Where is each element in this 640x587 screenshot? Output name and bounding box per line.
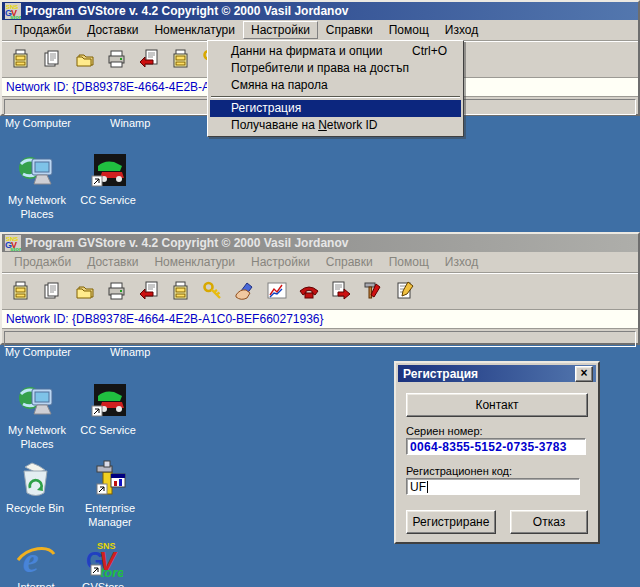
icon-label: Places: [8, 207, 66, 221]
desktop-label-winamp[interactable]: Winamp: [110, 346, 150, 358]
icon-label: Manager: [85, 515, 135, 529]
toolbar-export-button[interactable]: [330, 279, 352, 303]
menu-prodazhbi[interactable]: Продажби: [6, 253, 79, 271]
recycle-bin-icon: [15, 461, 55, 501]
gvstore-icon: [83, 538, 123, 580]
import-document-icon: [138, 48, 160, 70]
toolbar-key-button[interactable]: [202, 279, 224, 303]
card-file-icon: [10, 48, 32, 70]
gvstore-window-inactive: Program GVStore v. 4.2 Copyright © 2000 …: [0, 232, 640, 345]
menu-bar: Продажби Доставки Номенклатури Настройки…: [2, 252, 638, 273]
toolbar-print-button[interactable]: [106, 279, 128, 303]
registration-code-value: UF: [410, 480, 426, 494]
toolbar-documents-button[interactable]: [42, 279, 64, 303]
gvstore-logo-icon: [5, 3, 21, 19]
desktop-label-winamp[interactable]: Winamp: [110, 117, 150, 129]
menu-spravki[interactable]: Справки: [318, 21, 381, 39]
tools-icon: [362, 280, 384, 302]
menu-dostavki[interactable]: Доставки: [79, 253, 146, 271]
window-title: Program GVStore v. 4.2 Copyright © 2000 …: [25, 4, 348, 18]
icon-label: Places: [8, 437, 66, 451]
close-button[interactable]: ×: [575, 366, 593, 382]
toolbar-import-button[interactable]: [138, 47, 160, 71]
toolbar-sign-button[interactable]: [234, 279, 256, 303]
toolbar-folders-button[interactable]: [74, 47, 96, 71]
window-title: Program GVStore v. 4.2 Copyright © 2000 …: [25, 236, 348, 250]
registration-code-field[interactable]: UF: [406, 478, 580, 495]
cancel-button[interactable]: Отказ: [510, 510, 588, 534]
menu-item-label: Смяна на парола: [231, 78, 328, 92]
menu-item-users-rights[interactable]: Потребители и права на достъп: [210, 60, 461, 77]
my-network-places-icon: [17, 151, 57, 193]
folders-icon: [74, 280, 96, 302]
menu-item-company-data[interactable]: Данни на фирмата и опции Ctrl+O: [210, 43, 461, 60]
serial-number-label: Сериен номер:: [406, 425, 483, 437]
icon-label: Enterprise: [85, 501, 135, 515]
menu-item-get-network-id[interactable]: Получаване на Network ID: [210, 117, 461, 134]
close-icon: ×: [580, 368, 587, 379]
dialog-title-bar[interactable]: Регистрация ×: [398, 365, 596, 382]
menu-spravki[interactable]: Справки: [318, 253, 381, 271]
icon-label: CC Service: [80, 423, 136, 437]
key-icon: [202, 280, 224, 302]
menu-dostavki[interactable]: Доставки: [79, 21, 146, 39]
menu-pomosht[interactable]: Помощ: [381, 253, 437, 271]
menu-item-shortcut: Ctrl+O: [412, 43, 447, 60]
menu-nomenklaturi[interactable]: Номенклатури: [146, 253, 243, 271]
menu-item-label: etwork ID: [327, 118, 378, 132]
registration-code-label: Регистрационен код:: [406, 465, 512, 477]
toolbar: [2, 273, 638, 310]
toolbar-cardfile2-button[interactable]: [170, 47, 192, 71]
title-bar[interactable]: Program GVStore v. 4.2 Copyright © 2000 …: [2, 2, 638, 20]
menu-item-registration[interactable]: Регистрация: [210, 100, 461, 117]
toolbar-cardfile-button[interactable]: [10, 279, 32, 303]
desktop-icon-cc-service[interactable]: CC Service: [63, 381, 153, 437]
menu-pomosht[interactable]: Помощ: [381, 21, 437, 39]
menu-item-change-password[interactable]: Смяна на парола: [210, 77, 461, 94]
contact-button[interactable]: Контакт: [406, 393, 588, 417]
desktop-icon-gvstore[interactable]: GVStore: [58, 538, 148, 587]
toolbar-tools-button[interactable]: [362, 279, 384, 303]
icon-label: Recycle Bin: [6, 501, 64, 515]
toolbar-documents-button[interactable]: [42, 47, 64, 71]
card-file-icon: [10, 280, 32, 302]
notes-icon: [394, 280, 416, 302]
phone-icon: [298, 280, 320, 302]
menu-prodazhbi[interactable]: Продажби: [6, 21, 79, 39]
register-button[interactable]: Регистриране: [406, 510, 496, 534]
enterprise-manager-icon: [90, 459, 130, 501]
menu-item-accesskey: N: [318, 118, 327, 132]
network-id-bar: Network ID: {DB89378E-4664-4E2B-A1C0-BEF…: [2, 310, 638, 329]
gvstore-logo-icon: [5, 235, 21, 251]
toolbar-print-button[interactable]: [106, 47, 128, 71]
desktop-icon-enterprise-manager[interactable]: EnterpriseManager: [65, 459, 155, 529]
title-bar[interactable]: Program GVStore v. 4.2 Copyright © 2000 …: [2, 234, 638, 252]
icon-label: My Network: [8, 193, 66, 207]
menu-nomenklaturi[interactable]: Номенклатури: [146, 21, 243, 39]
menu-item-label: Регистрация: [231, 101, 301, 115]
desktop-label-my-computer[interactable]: My Computer: [5, 117, 71, 129]
toolbar-import-button[interactable]: [138, 279, 160, 303]
menu-izhod[interactable]: Изход: [437, 21, 486, 39]
menu-nastroyki[interactable]: Настройки: [243, 253, 318, 271]
chart-icon: [266, 280, 288, 302]
toolbar-notes-button[interactable]: [394, 279, 416, 303]
menu-nastroyki[interactable]: Настройки: [243, 21, 318, 39]
menu-separator: [211, 96, 460, 98]
documents-icon: [42, 280, 64, 302]
desktop-icon-cc-service[interactable]: CC Service: [63, 151, 153, 207]
serial-number-field[interactable]: 0064-8355-5152-0735-3783: [406, 438, 586, 455]
icon-label: CC Service: [80, 193, 136, 207]
toolbar-folders-button[interactable]: [74, 279, 96, 303]
toolbar-chart-button[interactable]: [266, 279, 288, 303]
menu-izhod[interactable]: Изход: [437, 253, 486, 271]
status-bar: [4, 331, 636, 347]
toolbar-cardfile-button[interactable]: [10, 47, 32, 71]
desktop-label-my-computer[interactable]: My Computer: [5, 346, 71, 358]
cc-service-icon: [88, 381, 128, 423]
my-network-places-icon: [17, 381, 57, 423]
toolbar-cardfile2-button[interactable]: [170, 279, 192, 303]
serial-number-value: 0064-8355-5152-0735-3783: [410, 440, 567, 454]
text-caret: [427, 481, 428, 493]
toolbar-phone-button[interactable]: [298, 279, 320, 303]
